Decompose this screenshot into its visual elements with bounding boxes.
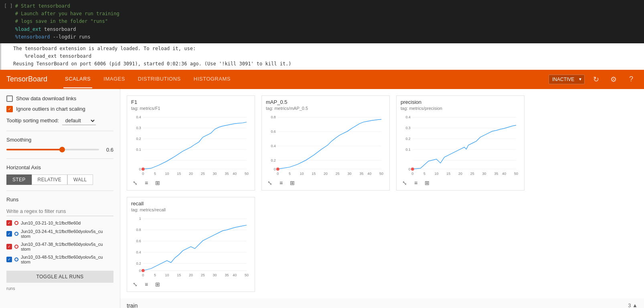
chart-map05-area: 0.8 0.6 0.4 0.2 0 0 5 10 15 20 25 30 35 … xyxy=(262,113,389,177)
slider-thumb[interactable] xyxy=(59,147,65,152)
lines-icon[interactable]: ≡ xyxy=(142,280,150,288)
run-3-checkbox[interactable] xyxy=(6,244,12,249)
lines-icon[interactable]: ≡ xyxy=(412,179,420,187)
runs-filter-input[interactable] xyxy=(6,207,113,216)
settings-icon[interactable]: ⚙ xyxy=(607,73,620,86)
tensorboard-logo: TensorBoard xyxy=(6,75,47,83)
svg-text:0.2: 0.2 xyxy=(136,261,141,265)
svg-text:0: 0 xyxy=(139,268,141,272)
show-download-option: Show data download links xyxy=(6,95,113,102)
axis-wall-btn[interactable]: WALL xyxy=(67,174,93,185)
chart-map05-actions: ⤡ ≡ ⊞ xyxy=(262,177,389,190)
chart-precision-area: 0.4 0.3 0.2 0.1 0 0 5 10 15 20 25 30 35 … xyxy=(397,113,524,177)
help-icon[interactable]: ? xyxy=(625,73,638,86)
axis-buttons: STEP RELATIVE WALL xyxy=(6,174,113,185)
expand-icon[interactable]: ⤡ xyxy=(131,280,139,288)
train-section-count: 3 ▲ xyxy=(628,302,638,308)
runs-title: Runs xyxy=(6,197,113,203)
metrics-charts-grid: F1 tag: metrics/F1 0.4 0.3 0.2 xyxy=(120,89,644,298)
svg-text:0.1: 0.1 xyxy=(136,147,141,151)
svg-text:30: 30 xyxy=(213,172,217,176)
tooltip-select[interactable]: default xyxy=(62,116,96,125)
run-item-1: Jun10_03-21-10_fc1fbcf8e60d xyxy=(6,220,113,226)
svg-text:0.2: 0.2 xyxy=(271,158,275,162)
svg-text:35: 35 xyxy=(225,273,229,277)
svg-text:0.1: 0.1 xyxy=(405,147,410,151)
chart-precision-actions: ⤡ ≡ ⊞ xyxy=(397,177,524,190)
ignore-outliers-checkbox[interactable] xyxy=(6,106,13,112)
expand-icon[interactable]: ⤡ xyxy=(401,179,409,187)
run-3-label: Jun10_03-47-38_fc1fbcf8e60dyolov5s_cu st… xyxy=(21,242,113,251)
svg-text:20: 20 xyxy=(458,172,462,176)
svg-text:0.3: 0.3 xyxy=(136,126,141,130)
ignore-outliers-label: Ignore outliers in chart scaling xyxy=(16,106,85,112)
run-2-checkbox[interactable] xyxy=(6,231,12,237)
axis-step-btn[interactable]: STEP xyxy=(6,174,32,185)
toggle-all-runs-button[interactable]: TOGGLE ALL RUNS xyxy=(6,271,113,283)
svg-text:0.6: 0.6 xyxy=(271,130,275,134)
chart-f1: F1 tag: metrics/F1 0.4 0.3 0.2 xyxy=(127,95,255,190)
expand-icon[interactable]: ⤡ xyxy=(266,179,274,187)
ignore-outliers-option: Ignore outliers in chart scaling xyxy=(6,106,113,112)
svg-text:0: 0 xyxy=(411,172,413,176)
fullscreen-icon[interactable]: ⊞ xyxy=(154,280,162,288)
chart-recall: recall tag: metrics/recall 1 0.8 0.6 0.4 xyxy=(127,197,255,292)
svg-text:0: 0 xyxy=(409,167,411,171)
smoothing-slider[interactable] xyxy=(6,149,99,150)
run-1-label: Jun10_03-21-10_fc1fbcf8e60d xyxy=(21,221,81,225)
svg-text:40: 40 xyxy=(502,172,506,176)
svg-text:5: 5 xyxy=(423,172,425,176)
nav-distributions[interactable]: DISTRIBUTIONS xyxy=(136,70,182,88)
nav-images[interactable]: IMAGES xyxy=(102,70,127,88)
chart-precision-tag: tag: metrics/precision xyxy=(397,106,524,113)
svg-text:25: 25 xyxy=(470,172,474,176)
svg-text:15: 15 xyxy=(177,273,181,277)
svg-text:5: 5 xyxy=(154,273,156,277)
svg-text:40: 40 xyxy=(233,273,237,277)
svg-text:0.4: 0.4 xyxy=(136,250,141,254)
cell-bracket: [ ] xyxy=(4,2,13,10)
smoothing-row: 0.6 xyxy=(6,147,113,153)
svg-text:50: 50 xyxy=(245,172,249,176)
fullscreen-icon[interactable]: ⊞ xyxy=(423,179,431,187)
svg-text:35: 35 xyxy=(494,172,498,176)
chart-f1-area: 0.4 0.3 0.2 0.1 0 0 5 10 15 20 25 30 35 xyxy=(127,113,255,177)
chart-f1-title: F1 xyxy=(127,96,255,106)
svg-text:0: 0 xyxy=(274,167,276,171)
run-2-dot xyxy=(14,232,18,236)
expand-icon[interactable]: ⤡ xyxy=(131,179,139,187)
chart-precision-title: precision xyxy=(397,96,524,106)
svg-text:5: 5 xyxy=(289,172,291,176)
svg-text:10: 10 xyxy=(165,172,169,176)
fullscreen-icon[interactable]: ⊞ xyxy=(288,179,296,187)
sidebar: Show data download links Ignore outliers… xyxy=(0,89,120,308)
fullscreen-icon[interactable]: ⊞ xyxy=(154,179,162,187)
refresh-icon[interactable]: ↻ xyxy=(589,73,602,86)
inactive-select[interactable]: INACTIVE xyxy=(549,75,585,84)
run-item-4: Jun10_03-48-53_fc1fbcf8e60dyolov5s_cu st… xyxy=(6,255,113,264)
svg-text:0.3: 0.3 xyxy=(405,126,410,130)
run-1-checkbox[interactable] xyxy=(6,220,12,226)
svg-point-64 xyxy=(411,167,414,170)
nav-histograms[interactable]: HISTOGRAMS xyxy=(192,70,232,88)
lines-icon[interactable]: ≡ xyxy=(277,179,285,187)
svg-text:0.8: 0.8 xyxy=(271,115,275,119)
content-area: F1 tag: metrics/F1 0.4 0.3 0.2 xyxy=(120,89,644,308)
axis-relative-btn[interactable]: RELATIVE xyxy=(32,174,68,185)
run-4-dot xyxy=(14,257,18,261)
svg-text:15: 15 xyxy=(312,172,316,176)
show-download-checkbox[interactable] xyxy=(6,95,13,102)
svg-text:0.2: 0.2 xyxy=(405,137,410,141)
chart-map05: mAP_0.5 tag: metrics/mAP_0.5 0.8 0.6 0.4… xyxy=(261,95,390,190)
notebook-area: [ ] # Start tensorboard # Launch after y… xyxy=(0,0,644,43)
run-4-checkbox[interactable] xyxy=(6,257,12,262)
svg-text:10: 10 xyxy=(300,172,304,176)
svg-text:15: 15 xyxy=(446,172,450,176)
svg-point-87 xyxy=(142,269,145,272)
lines-icon[interactable]: ≡ xyxy=(142,179,150,187)
main-layout: Show data download links Ignore outliers… xyxy=(0,89,644,308)
tooltip-label: Tooltip sorting method: xyxy=(6,118,59,124)
nav-scalars[interactable]: SCALARS xyxy=(63,70,92,88)
show-download-label: Show data download links xyxy=(16,95,76,101)
svg-text:5: 5 xyxy=(154,172,156,176)
